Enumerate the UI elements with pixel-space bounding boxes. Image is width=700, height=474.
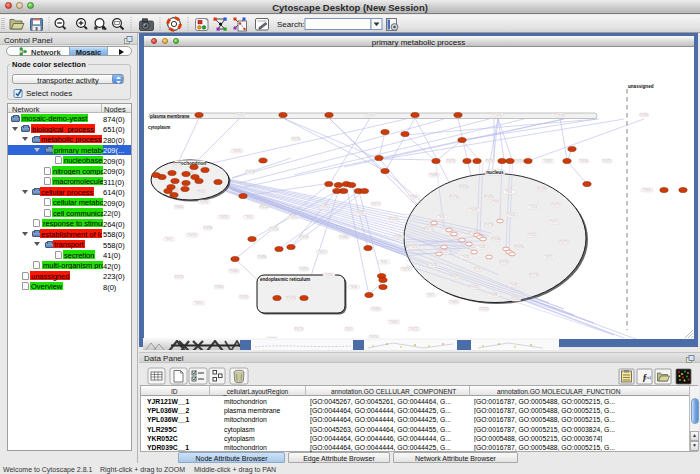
svg-text:Ylr05c: Ylr05c xyxy=(245,215,253,219)
svg-text:Ylr010c: Ylr010c xyxy=(219,215,228,219)
svg-text:Ylr00c: Ylr00c xyxy=(350,285,358,289)
svg-text:Ylr012c: Ylr012c xyxy=(409,327,418,331)
svg-text:Ylr088c: Ylr088c xyxy=(429,263,438,267)
svg-text:Ylr07c: Ylr07c xyxy=(345,327,353,331)
svg-text:Ylr075c: Ylr075c xyxy=(544,255,553,259)
svg-text:Ylr079c: Ylr079c xyxy=(172,163,181,167)
svg-text:Ylr044c: Ylr044c xyxy=(579,159,588,163)
svg-text:Ylr030c: Ylr030c xyxy=(365,113,374,117)
svg-text:Ylr070c: Ylr070c xyxy=(319,205,328,209)
svg-text:Ylr035c: Ylr035c xyxy=(232,149,241,153)
svg-text:Ylr082c: Ylr082c xyxy=(299,267,308,271)
svg-text:Ylr034c: Ylr034c xyxy=(461,255,470,259)
svg-text:Ylr075c: Ylr075c xyxy=(559,240,568,244)
svg-text:Ylr064c: Ylr064c xyxy=(642,188,651,192)
svg-text:Ylr020c: Ylr020c xyxy=(235,113,244,117)
svg-text:Ylr011c: Ylr011c xyxy=(194,301,203,305)
svg-text:Ylr066c: Ylr066c xyxy=(511,297,520,301)
svg-text:Ylr020c: Ylr020c xyxy=(286,296,295,300)
svg-text:Ylr070c: Ylr070c xyxy=(449,195,458,199)
svg-text:Ylr044c: Ylr044c xyxy=(507,213,516,217)
svg-text:Ylr072c: Ylr072c xyxy=(551,203,560,207)
svg-text:Ylr017c: Ylr017c xyxy=(294,327,303,331)
svg-text:Ylr073c: Ylr073c xyxy=(484,223,493,227)
svg-text:Ylr045c: Ylr045c xyxy=(214,285,223,289)
svg-text:Ylr032c: Ylr032c xyxy=(479,307,488,311)
svg-text:Ylr020c: Ylr020c xyxy=(409,245,418,249)
svg-text:Ylr088c: Ylr088c xyxy=(429,173,438,177)
svg-text:Ylr044c: Ylr044c xyxy=(229,269,238,273)
svg-text:Ylr032c: Ylr032c xyxy=(389,217,398,221)
svg-text:endoplasmic reticulum: endoplasmic reticulum xyxy=(260,277,310,282)
svg-text:Ylr011c: Ylr011c xyxy=(317,250,326,254)
svg-text:plasma membrane: plasma membrane xyxy=(150,114,190,119)
svg-text:Ylr010c: Ylr010c xyxy=(259,205,268,209)
svg-text:Ylr010c: Ylr010c xyxy=(529,205,538,209)
svg-text:Ylr025c: Ylr025c xyxy=(602,159,611,163)
svg-text:Ylr046c: Ylr046c xyxy=(477,245,486,249)
svg-text:Ylr048c: Ylr048c xyxy=(537,187,546,191)
svg-text:Ylr030c: Ylr030c xyxy=(469,285,478,289)
svg-text:Ylr05c: Ylr05c xyxy=(380,260,388,264)
svg-text:Ylr046c: Ylr046c xyxy=(491,237,500,241)
svg-text:Ylr013c: Ylr013c xyxy=(446,159,455,163)
svg-text:Ylr085c: Ylr085c xyxy=(394,235,403,239)
svg-text:Ylr058c: Ylr058c xyxy=(639,113,648,117)
svg-text:Ylr074c: Ylr074c xyxy=(451,275,460,279)
svg-text:Ylr039c: Ylr039c xyxy=(514,159,523,163)
svg-text:Ylr076c: Ylr076c xyxy=(401,267,410,271)
svg-text:Ylr086c: Ylr086c xyxy=(371,307,380,311)
svg-text:Ylr035c: Ylr035c xyxy=(514,245,523,249)
svg-text:Ylr038c: Ylr038c xyxy=(509,283,518,287)
svg-text:Ylr071c: Ylr071c xyxy=(371,202,380,206)
svg-text:Ylr025c: Ylr025c xyxy=(174,275,183,279)
svg-text:Ylr074c: Ylr074c xyxy=(187,233,196,237)
svg-text:(x): (x) xyxy=(645,375,651,380)
svg-text:Search:: Search: xyxy=(277,20,305,29)
svg-text:Ylr058c: Ylr058c xyxy=(355,211,364,215)
svg-text:Ylr045c: Ylr045c xyxy=(174,205,183,209)
svg-text:Ylr060c: Ylr060c xyxy=(409,195,418,199)
svg-text:Ylr045c: Ylr045c xyxy=(484,195,493,199)
svg-text:Ylr057c: Ylr057c xyxy=(245,170,254,174)
svg-text:Ylr09c: Ylr09c xyxy=(492,200,500,204)
svg-text:Ylr010c: Ylr010c xyxy=(555,113,564,117)
svg-text:Ylr050c: Ylr050c xyxy=(239,295,248,299)
svg-text:Ylr040c: Ylr040c xyxy=(459,185,468,189)
svg-text:Ylr047c: Ylr047c xyxy=(474,267,483,271)
svg-text:Ylr050c: Ylr050c xyxy=(289,215,298,219)
svg-text:Ylr089c: Ylr089c xyxy=(203,226,212,230)
svg-text:Ylr00c: Ylr00c xyxy=(505,190,513,194)
svg-text:Ylr04c: Ylr04c xyxy=(197,190,205,194)
svg-text:unassigned: unassigned xyxy=(628,84,654,89)
svg-text:Ylr07c: Ylr07c xyxy=(165,237,173,241)
svg-text:Ylr076c: Ylr076c xyxy=(291,137,300,141)
svg-text:Ylr026c: Ylr026c xyxy=(493,113,502,117)
svg-text:Ylr07c: Ylr07c xyxy=(427,293,435,297)
svg-text:Ylr075c: Ylr075c xyxy=(549,220,558,224)
svg-text:Ylr035c: Ylr035c xyxy=(199,200,208,204)
svg-text:Ylr078c: Ylr078c xyxy=(529,273,538,277)
svg-text:Ylr085c: Ylr085c xyxy=(449,300,458,304)
svg-text:Ylr024c: Ylr024c xyxy=(527,233,536,237)
svg-text:Ylr045c: Ylr045c xyxy=(389,320,398,324)
svg-text:Ylr012c: Ylr012c xyxy=(269,227,278,231)
svg-text:Ylr083c: Ylr083c xyxy=(324,273,333,277)
svg-text:Ylr062c: Ylr062c xyxy=(543,159,552,163)
svg-text:Ylr035c: Ylr035c xyxy=(499,260,508,264)
svg-text:Ylr088c: Ylr088c xyxy=(489,293,498,297)
svg-text:Ylr016c: Ylr016c xyxy=(485,159,494,163)
svg-text:cytoplasm: cytoplasm xyxy=(148,125,170,130)
svg-text:Ylr060c: Ylr060c xyxy=(339,235,348,239)
svg-text:Ylr046c: Ylr046c xyxy=(257,255,266,259)
svg-text:Ylr017c: Ylr017c xyxy=(424,227,433,231)
svg-text:Ylr050c: Ylr050c xyxy=(299,235,308,239)
svg-text:Ylr06c: Ylr06c xyxy=(438,215,446,219)
svg-text:Ylr043c: Ylr043c xyxy=(469,208,478,212)
